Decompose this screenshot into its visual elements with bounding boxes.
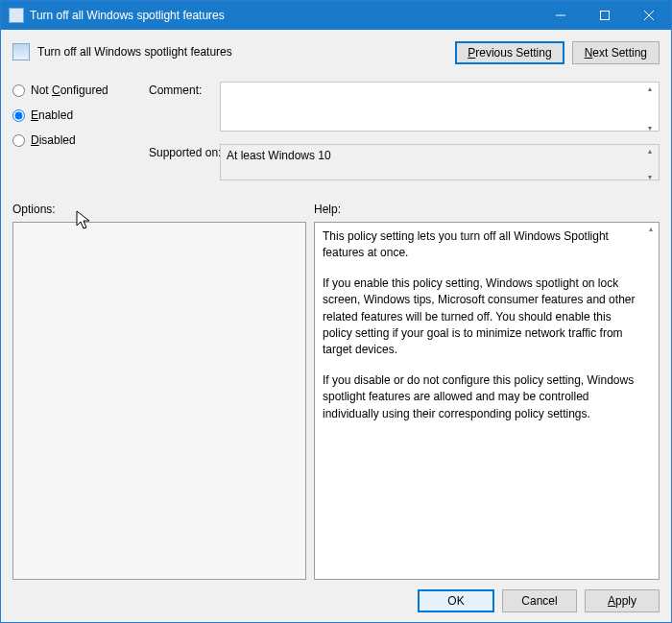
policy-heading: Turn off all Windows spotlight features (12, 39, 232, 60)
panels: This policy setting lets you turn off al… (12, 222, 660, 580)
mid-labels: Options: Help: (12, 203, 660, 216)
help-paragraph: This policy setting lets you turn off al… (323, 228, 643, 262)
policy-title: Turn off all Windows spotlight features (37, 45, 232, 59)
apply-button[interactable]: Apply (585, 589, 660, 612)
chevron-up-icon: ▴ (644, 224, 658, 235)
supported-box-wrap: At least Windows 10 ▴ ▾ (220, 144, 660, 183)
radio-enabled[interactable]: Enabled (12, 108, 147, 122)
supported-on-textarea: At least Windows 10 (220, 144, 660, 180)
radio-disabled-input[interactable] (12, 134, 25, 147)
help-paragraph: If you disable or do not configure this … (323, 372, 643, 422)
svg-rect-1 (601, 12, 610, 20)
nav-buttons: Previous Setting Next Setting (455, 39, 660, 64)
gpedit-policy-dialog: Turn off all Windows spotlight features … (0, 0, 672, 623)
help-scrollbar[interactable]: ▴ (644, 224, 658, 578)
options-label: Options: (12, 203, 306, 216)
radio-disabled[interactable]: Disabled (12, 133, 147, 147)
cancel-button[interactable]: Cancel (502, 589, 577, 612)
ok-button[interactable]: OK (418, 589, 494, 612)
comment-label: Comment: (149, 82, 218, 134)
window-title: Turn off all Windows spotlight features (30, 9, 539, 22)
minimize-button[interactable] (539, 1, 583, 30)
titlebar: Turn off all Windows spotlight features (1, 1, 671, 30)
maximize-button[interactable] (583, 1, 627, 30)
supported-label: Supported on: (149, 144, 218, 183)
help-panel: This policy setting lets you turn off al… (314, 222, 660, 580)
previous-setting-button[interactable]: Previous Setting (455, 41, 564, 64)
app-icon (9, 8, 24, 23)
radio-not-configured[interactable]: Not Configured (12, 84, 147, 97)
next-setting-button[interactable]: Next Setting (572, 41, 660, 64)
comment-textarea[interactable] (220, 82, 660, 132)
client-area: Turn off all Windows spotlight features … (1, 30, 671, 622)
help-label: Help: (314, 203, 660, 216)
radio-not-configured-input[interactable] (12, 84, 25, 97)
bottom-button-bar: OK Cancel Apply (12, 589, 660, 612)
config-block: Not Configured Enabled Disabled Comment:… (12, 82, 660, 183)
radio-enabled-input[interactable] (12, 109, 25, 122)
comment-box-wrap: ▴ ▾ (220, 82, 660, 134)
options-panel (12, 222, 306, 580)
state-radios: Not Configured Enabled Disabled (12, 82, 147, 183)
help-paragraph: If you enable this policy setting, Windo… (323, 276, 643, 359)
policy-icon (12, 43, 30, 60)
header-row: Turn off all Windows spotlight features … (12, 39, 660, 64)
close-button[interactable] (627, 1, 671, 30)
